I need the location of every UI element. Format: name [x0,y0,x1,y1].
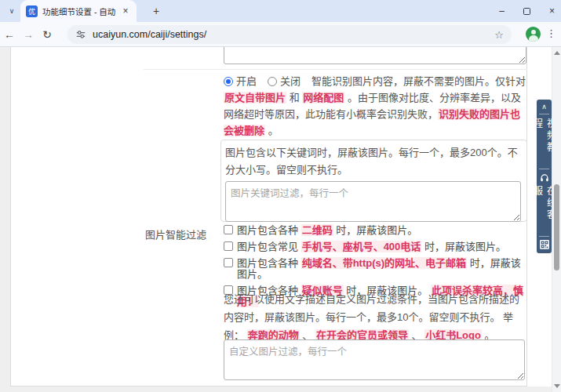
widget-divider [539,114,549,114]
recognize-text: 。 [265,125,279,136]
page-scrollbar[interactable] [552,47,561,392]
checkbox-text: 图片包含各种 [237,224,301,236]
scrollbar-thumb[interactable] [554,184,559,270]
address-bar[interactable]: ucaiyun.com/caiji/settings/ ☆ [67,25,512,44]
recognize-highlight: 网络配图 [302,92,344,103]
recognize-text: 和 [286,92,302,103]
scrollbar-up-icon[interactable] [554,51,560,55]
scroll-top-chevron-icon[interactable]: ∧ [537,100,552,114]
tab-close-icon[interactable]: × [120,5,131,16]
restore-icon [523,8,530,15]
row-divider [144,69,527,70]
site-favicon-icon: 优 [26,5,38,17]
custom-filter-hint: 您还可以使用文字描述自定义图片过滤条件，当图片包含所描述的内容时，屏蔽该图片。每… [224,290,528,344]
checkbox-highlight: 二维码 [301,224,333,236]
browser-window: ∨ 优 功能细节设置 - 自动文章采集 × + – × ← → ↻ ucaiyu… [0,0,561,392]
row-label-image-smart-filter: 图片智能过滤 [145,227,206,241]
checkbox-qrcode[interactable] [224,225,233,234]
checkbox-row-qrcode: 图片包含各种 二维码 时，屏蔽该图片。 [224,225,530,236]
image-recognition-text: 开启关闭智能识别图片内容，屏蔽不需要的图片。仅针对 原文自带图片 和 网络配图 … [224,73,528,139]
checkbox-text: 图片包含各种 [237,257,301,269]
checkbox-phone[interactable] [224,241,233,251]
browser-toolbar: ← → ↻ ucaiyun.com/caiji/settings/ ☆ ⋮ [0,22,561,47]
restore-button[interactable] [523,8,530,15]
new-tab-button[interactable]: + [149,4,163,18]
page-margin-bottom [0,387,552,392]
browser-menu-icon[interactable]: ⋮ [546,27,556,39]
keyword-filter-textarea[interactable] [225,181,521,222]
checkbox-url-email[interactable] [224,258,233,267]
radio-off[interactable] [268,77,277,86]
browser-tab[interactable]: 优 功能细节设置 - 自动文章采集 × [20,0,137,22]
floating-side-widget: ∧ 视频教程 在线客服 [537,100,552,253]
recognize-text: 智能识别图片内容，屏蔽不需要的图片。仅针对 [311,75,526,87]
widget-divider [539,236,549,237]
custom-filter-textarea[interactable] [224,339,525,380]
checkbox-text: 图片包含常见 [237,241,301,252]
site-settings-icon[interactable] [75,29,86,40]
headset-icon[interactable] [540,173,549,183]
tab-title: 功能细节设置 - 自动文章采集 [42,5,115,17]
minimize-button[interactable]: – [499,5,505,16]
back-icon[interactable]: ← [0,28,19,41]
radio-off-label[interactable]: 关闭 [280,75,301,87]
window-controls: – × [499,0,555,22]
browser-titlebar: ∨ 优 功能细节设置 - 自动文章采集 × + – × [0,0,561,22]
profile-avatar[interactable] [526,27,541,42]
keyword-filter-box: 图片包含以下关键词时，屏蔽该图片。每行一个，最多200个。不分大小写。留空则不执… [220,140,527,222]
qrcode-icon[interactable] [540,240,549,249]
checkbox-row-url-email: 图片包含各种 纯域名、带http(s)的网址、电子邮箱 时，屏蔽该图片。 [224,258,530,280]
bookmark-star-icon[interactable]: ☆ [494,29,504,41]
keyword-filter-hint: 图片包含以下关键词时，屏蔽该图片。每行一个，最多200个。不分大小写。留空则不执… [225,144,520,179]
forward-icon[interactable]: → [19,28,38,41]
widget-divider [539,169,549,169]
page-margin-left [0,47,10,387]
previous-setting-textarea[interactable] [224,47,526,64]
radio-on[interactable] [224,77,233,86]
checkbox-text: 时，屏蔽该图片。 [333,224,418,236]
close-button[interactable]: × [549,5,555,16]
checkbox-highlight: 纯域名、带http(s)的网址、电子邮箱 [301,257,467,269]
radio-on-label[interactable]: 开启 [236,75,257,87]
url-text: ucaiyun.com/caiji/settings/ [93,29,488,40]
checkbox-text: 时，屏蔽该图片。 [421,241,506,252]
tab-search-chevron-icon[interactable]: ∨ [5,5,19,17]
scrollbar-down-icon[interactable] [554,384,560,388]
checkbox-highlight: 手机号、座机号、400电话 [301,241,422,252]
recognize-highlight: 原文自带图片 [224,92,286,103]
checkbox-row-phone: 图片包含常见 手机号、座机号、400电话 时，屏蔽该图片。 [224,241,530,252]
page-content: 开启关闭智能识别图片内容，屏蔽不需要的图片。仅针对 原文自带图片 和 网络配图 … [0,47,561,392]
reload-icon[interactable]: ↻ [38,28,56,41]
